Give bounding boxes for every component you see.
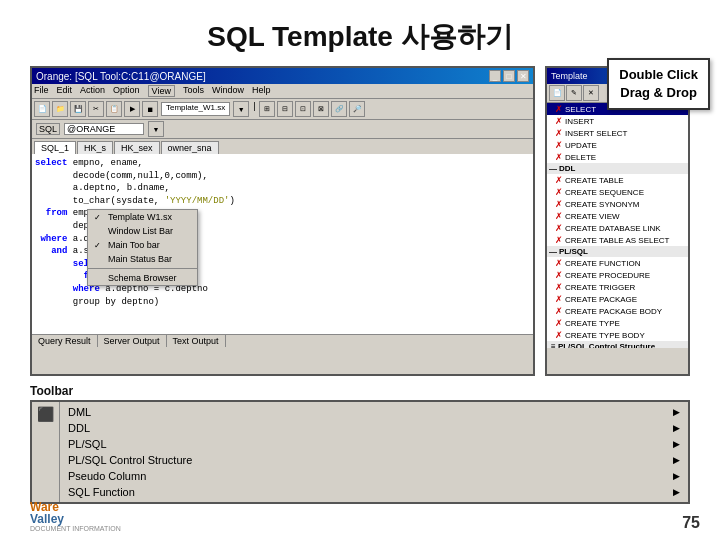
template-item-createpkg[interactable]: ✗ CREATE PACKAGE	[547, 293, 688, 305]
template-item-createtasselect[interactable]: ✗ CREATE TABLE AS SELECT	[547, 234, 688, 246]
template-item-delete[interactable]: ✗ DELETE	[547, 151, 688, 163]
menu-label-sqlfunc: SQL Function	[68, 486, 135, 498]
context-menu-item-5[interactable]: Schema Browser	[88, 271, 197, 285]
context-menu-item-2[interactable]: Window List Bar	[88, 224, 197, 238]
toolbar-btn-1[interactable]: 📄	[34, 101, 50, 117]
template-item-update[interactable]: ✗ UPDATE	[547, 139, 688, 151]
toolbar-btn-4[interactable]: ✂	[88, 101, 104, 117]
menu-help[interactable]: Help	[252, 85, 271, 97]
template-item-createsyno[interactable]: ✗ CREATE SYNONYM	[547, 198, 688, 210]
tpl-label-ctypeb: CREATE TYPE BODY	[565, 331, 645, 340]
menu-option[interactable]: Option	[113, 85, 140, 97]
tpl-label-cpkgb: CREATE PACKAGE BODY	[565, 307, 662, 316]
template-item-insertsel[interactable]: ✗ INSERT SELECT	[547, 127, 688, 139]
context-menu-item-3[interactable]: ✓ Main Too bar	[88, 238, 197, 252]
menu-item-dml[interactable]: DML ▶	[60, 404, 688, 420]
toolbar-btn-13[interactable]: 🔗	[331, 101, 347, 117]
toolbar-btn-10[interactable]: ⊟	[277, 101, 293, 117]
menu-item-sqlfunc[interactable]: SQL Function ▶	[60, 484, 688, 500]
toolbar-btn-6[interactable]: ▶	[124, 101, 140, 117]
address-go-btn[interactable]: ▼	[148, 121, 164, 137]
template-item-createview[interactable]: ✗ CREATE VIEW	[547, 210, 688, 222]
toolbar-btn-8[interactable]: ▼	[233, 101, 249, 117]
editor-bottom-tabs: Query Result Server Output Text Output	[32, 334, 533, 347]
tpl-label-cp: CREATE PROCEDURE	[565, 271, 650, 280]
toolbar-separator: |	[251, 101, 257, 117]
menu-arrow-plsql: ▶	[673, 439, 680, 449]
tpl-label-delete: DELETE	[565, 153, 596, 162]
toolbar-btn-11[interactable]: ⊡	[295, 101, 311, 117]
maximize-button[interactable]: □	[503, 70, 515, 82]
template-item-createtable[interactable]: ✗ CREATE TABLE	[547, 174, 688, 186]
tpl-icon-5: ✗	[555, 152, 563, 162]
tpl-icon-18: ✗	[555, 330, 563, 340]
editor-tab-4[interactable]: owner_sna	[161, 141, 219, 154]
code-line-1: select empno, ename,	[35, 157, 530, 170]
menu-item-ddl[interactable]: DDL ▶	[60, 420, 688, 436]
toolbar-btn-2[interactable]: 📁	[52, 101, 68, 117]
minimize-button[interactable]: _	[489, 70, 501, 82]
address-input[interactable]	[64, 123, 144, 135]
tpl-icon-8: ✗	[555, 199, 563, 209]
template-item-createdblink[interactable]: ✗ CREATE DATABASE LINK	[547, 222, 688, 234]
tpl-icon-10: ✗	[555, 223, 563, 233]
template-item-createseq[interactable]: ✗ CREATE SEQUENCE	[547, 186, 688, 198]
editor-title: Orange: [SQL Tool:C:C11@ORANGE]	[36, 71, 206, 82]
template-item-plsqlctrl[interactable]: ≡ PL/SQL Control Structure	[547, 341, 688, 348]
menu-action[interactable]: Action	[80, 85, 105, 97]
tpl-toolbar-btn-2[interactable]: ✎	[566, 85, 582, 101]
tpl-icon-11: ✗	[555, 235, 563, 245]
tpl-label-ctas: CREATE TABLE AS SELECT	[565, 236, 669, 245]
tab-query-result[interactable]: Query Result	[32, 335, 98, 347]
toolbar-btn-9[interactable]: ⊞	[259, 101, 275, 117]
template-tab-btn[interactable]: Template_W1.sx	[161, 102, 230, 116]
template-item-createfunc[interactable]: ✗ CREATE FUNCTION	[547, 257, 688, 269]
context-menu-item-4[interactable]: Main Status Bar	[88, 252, 197, 266]
context-menu-item-1[interactable]: ✓ Template W1.sx	[88, 210, 197, 224]
tpl-label-cs: CREATE SEQUENCE	[565, 188, 644, 197]
tab-text-output[interactable]: Text Output	[167, 335, 226, 347]
menu-item-pseudocol[interactable]: Pseudo Column ▶	[60, 468, 688, 484]
plsql-label: PL/SQL	[559, 247, 588, 256]
tpl-label-csy: CREATE SYNONYM	[565, 200, 640, 209]
tpl-label-cpkg: CREATE PACKAGE	[565, 295, 637, 304]
editor-tab-2[interactable]: HK_s	[77, 141, 113, 154]
editor-tab-3[interactable]: HK_sex	[114, 141, 160, 154]
toolbar-btn-14[interactable]: 🔎	[349, 101, 365, 117]
menu-icon-symbol: ⬛	[37, 406, 54, 422]
template-item-createproc[interactable]: ✗ CREATE PROCEDURE	[547, 269, 688, 281]
toolbar-btn-5[interactable]: 📋	[106, 101, 122, 117]
template-title: Template	[551, 71, 588, 81]
context-item-label-4: Main Status Bar	[108, 254, 172, 264]
toolbar-btn-12[interactable]: ⊠	[313, 101, 329, 117]
context-menu[interactable]: ✓ Template W1.sx Window List Bar ✓ Main …	[87, 209, 198, 286]
template-item-createtype[interactable]: ✗ CREATE TYPE	[547, 317, 688, 329]
menu-edit[interactable]: Edit	[57, 85, 73, 97]
toolbar-btn-3[interactable]: 💾	[70, 101, 86, 117]
menu-window[interactable]: Window	[212, 85, 244, 97]
menu-label-pseudocol: Pseudo Column	[68, 470, 146, 482]
menu-item-plsqlctrl[interactable]: PL/SQL Control Structure ▶	[60, 452, 688, 468]
tpl-label-select: SELECT	[565, 105, 596, 114]
tpl-toolbar-btn-1[interactable]: 📄	[549, 85, 565, 101]
code-line-2: decode(comm,null,0,comm),	[35, 170, 530, 183]
tpl-icon-14: ✗	[555, 282, 563, 292]
menu-tools[interactable]: Tools	[183, 85, 204, 97]
toolbar-btn-7[interactable]: ⏹	[142, 101, 158, 117]
template-item-createpkgbody[interactable]: ✗ CREATE PACKAGE BODY	[547, 305, 688, 317]
tpl-label-cf: CREATE FUNCTION	[565, 259, 640, 268]
editor-window-controls[interactable]: _ □ ✕	[489, 70, 529, 82]
editor-menu: File Edit Action Option View Tools Windo…	[32, 84, 533, 99]
tab-server-output[interactable]: Server Output	[98, 335, 167, 347]
tpl-toolbar-btn-3[interactable]: ✕	[583, 85, 599, 101]
template-item-createtrig[interactable]: ✗ CREATE TRIGGER	[547, 281, 688, 293]
editor-tab-1[interactable]: SQL_1	[34, 141, 76, 154]
menu-view[interactable]: View	[148, 85, 175, 97]
menu-file[interactable]: File	[34, 85, 49, 97]
menu-item-plsql[interactable]: PL/SQL ▶	[60, 436, 688, 452]
bottom-menu-window: ⬛ DML ▶ DDL ▶ PL/SQL ▶ PL/SQL Control St…	[30, 400, 690, 504]
template-item-createtypebody[interactable]: ✗ CREATE TYPE BODY	[547, 329, 688, 341]
template-item-insert[interactable]: ✗ INSERT	[547, 115, 688, 127]
close-button[interactable]: ✕	[517, 70, 529, 82]
ddl-label: DDL	[559, 164, 575, 173]
